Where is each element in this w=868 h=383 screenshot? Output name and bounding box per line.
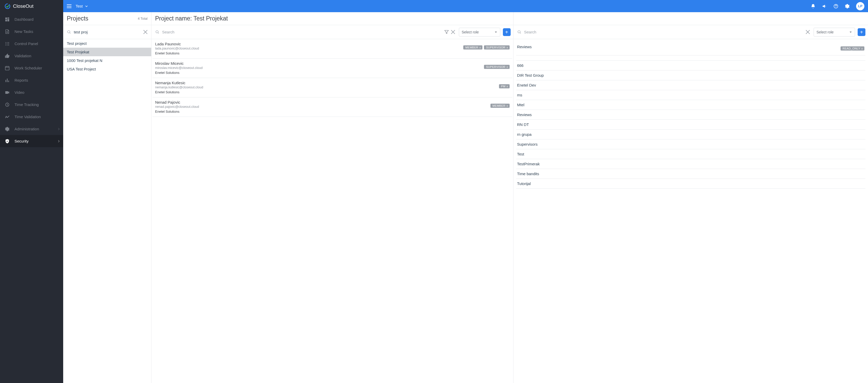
groups-search-input[interactable] [524,28,804,36]
group-row[interactable]: Supervisors [516,140,865,149]
work-scheduler-icon [5,65,10,71]
member-row[interactable]: Miroslav Micevicmiroslav.micevic@closeou… [153,59,512,78]
sidebar-item-dashboard[interactable]: Dashboard [0,13,63,25]
member-row[interactable]: Nemanja Kutlesicnemanja.kutlesic@closeou… [153,78,512,97]
role-tag: SUPERVISOR x [484,65,509,69]
security-icon [5,139,10,144]
group-row[interactable]: Mtel [516,100,865,110]
add-member-button[interactable]: + [503,28,510,36]
sidebar-item-new-tasks[interactable]: New Tasks [0,25,63,37]
group-row[interactable]: Time bandits [516,169,865,179]
group-row[interactable]: DIR Test Group [516,70,865,80]
sidebar-item-security[interactable]: Security [0,135,63,147]
svg-point-1 [836,7,836,7]
help-icon[interactable] [833,4,838,9]
remove-role-icon[interactable]: x [506,104,508,107]
remove-role-icon[interactable]: x [506,46,508,49]
group-row[interactable]: Test [516,149,865,159]
reports-icon [5,78,10,83]
sidebar-item-label: Video [14,90,24,95]
sidebar-item-control-panel[interactable]: Control Panel [0,37,63,50]
member-name: Miroslav Micevic [155,61,481,65]
sidebar-item-validation[interactable]: Validation [0,50,63,62]
member-row[interactable]: Lada Paunoviclada.paunovic@closeout.clou… [153,39,512,59]
add-group-button[interactable]: + [858,28,865,36]
group-name: Reviews [517,113,532,117]
group-row[interactable]: RN DT [516,120,865,129]
notifications-icon[interactable] [810,4,816,9]
brand-logo-icon [5,3,10,9]
members-search-clear-icon[interactable] [451,30,455,34]
role-tag: READ_ONLY x [841,47,864,51]
settings-icon[interactable] [845,4,850,9]
member-email: lada.paunovic@closeout.cloud [155,47,460,50]
sidebar-item-label: New Tasks [14,29,33,34]
sidebar-item-administration[interactable]: Administration [0,123,63,135]
tenant-selector[interactable]: Test [75,4,88,8]
filter-icon[interactable] [444,30,449,34]
project-item[interactable]: 1000 Test projekat N [63,56,151,65]
groups-search-clear-icon[interactable] [806,30,810,34]
member-company: Enetel Solutions [155,51,460,55]
member-name: Nemanja Kutlesic [155,81,496,85]
member-row[interactable]: Nenad Pajovicnenad.pajovic@closeout.clou… [153,97,512,117]
projects-title: Projects [67,15,88,22]
groups-role-select[interactable]: Select role [814,28,855,36]
sidebar-item-video[interactable]: Video [0,86,63,98]
role-tag: PM x [499,84,509,88]
sidebar-item-time-validation[interactable]: Time Validation [0,111,63,123]
projects-search-input[interactable] [73,28,141,36]
group-row[interactable]: Reviews [516,110,865,120]
group-row[interactable]: ms [516,90,865,100]
remove-role-icon[interactable]: x [506,65,508,68]
role-tag: MEMBER x [463,46,483,50]
group-row[interactable]: TestPrimerak [516,159,865,169]
svg-point-2 [68,31,70,33]
group-divider [516,55,865,61]
remove-role-icon[interactable]: x [506,85,508,88]
group-name: Time bandits [517,172,539,176]
project-item[interactable]: USA Test Project [63,65,151,73]
user-avatar[interactable]: LP [856,2,864,10]
members-column: Project name: Test Projekat [151,12,513,383]
group-roles: READ_ONLY x [841,47,864,51]
announcements-icon[interactable] [822,4,827,9]
sidebar-item-work-scheduler[interactable]: Work Scheduler [0,62,63,74]
sidebar-item-label: Dashboard [14,17,33,22]
projects-search-clear-icon[interactable] [143,30,148,34]
member-roles: MEMBER x [491,104,509,108]
project-item[interactable]: Test Projekat [63,48,151,56]
member-email: nemanja.kutlesic@closeout.cloud [155,86,496,89]
group-row[interactable]: 666 [516,61,865,70]
group-row-assigned[interactable]: ReviewsREAD_ONLY x [516,39,865,55]
group-name: Enetel Dev [517,83,536,87]
avatar-initials: LP [858,4,863,8]
remove-role-icon[interactable]: x [861,47,863,50]
group-row[interactable]: Tutorijal [516,179,865,189]
search-icon [155,30,159,34]
groups-column: Select role + ReviewsREAD_ONLY x666DIR T… [513,12,868,383]
chevron-down-icon [85,5,88,8]
sidebar-item-label: Control Panel [14,41,38,46]
group-row[interactable]: rn grupa [516,129,865,140]
sidebar-item-label: Validation [14,54,31,58]
group-name: Tutorijal [517,181,531,186]
sidebar-item-time-tracking[interactable]: Time Tracking [0,98,63,111]
group-row[interactable]: Enetel Dev [516,80,865,90]
members-search-input[interactable] [162,28,442,36]
chevron-down-icon [849,31,852,34]
sidebar-item-label: Administration [14,127,39,131]
group-name: Mtel [517,102,524,107]
member-roles: SUPERVISOR x [484,65,509,69]
group-name: Supervisors [517,142,537,146]
groups-list: ReviewsREAD_ONLY x666DIR Test GroupEnete… [514,39,868,383]
project-item[interactable]: Test project [63,39,151,48]
group-name: 666 [517,63,524,68]
remove-role-icon[interactable]: x [479,46,481,49]
member-roles: PM x [499,84,509,88]
menu-toggle-icon[interactable] [67,4,71,8]
projects-column: Projects 4 Total Test projectTest Proj [63,12,151,383]
sidebar-item-reports[interactable]: Reports [0,74,63,86]
members-role-select[interactable]: Select role [459,28,500,36]
time-tracking-icon [5,102,10,107]
